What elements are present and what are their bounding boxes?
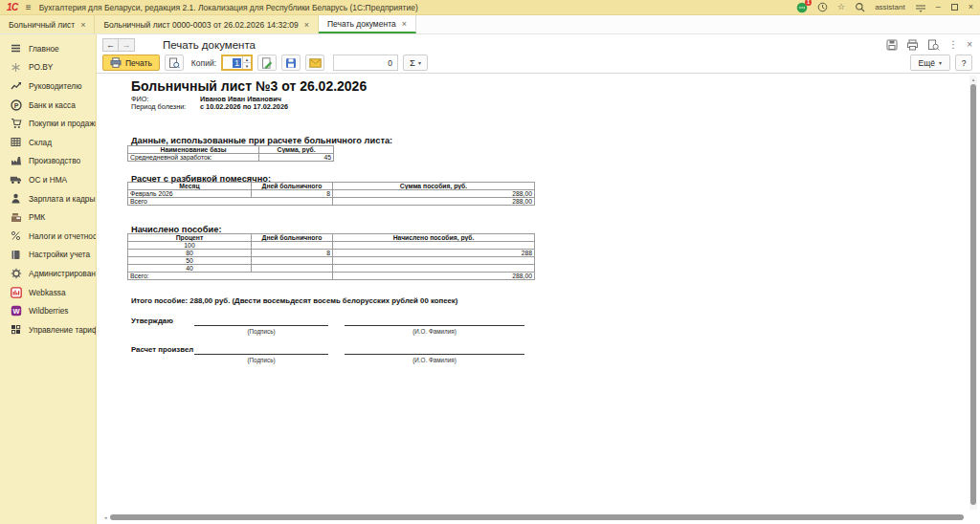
close-tab-icon[interactable]: × — [402, 19, 407, 29]
kebab-menu-icon[interactable]: ⋮ — [948, 40, 958, 50]
sidebar-item-label: Налоги и отчетность — [29, 231, 97, 241]
signature-caption: (И.О. Фамилия) — [345, 357, 524, 363]
sidebar-item-production[interactable]: Производство — [0, 152, 96, 171]
history-button[interactable] — [817, 2, 828, 12]
sidebar-item-label: Администрирование — [29, 269, 97, 278]
printer-icon — [110, 57, 122, 68]
copies-input[interactable]: 1 ▲▼ — [221, 55, 253, 71]
main-menu-icon[interactable]: ≡ — [26, 2, 32, 12]
sidebar-item-manager[interactable]: Руководителю — [0, 76, 96, 96]
discussions-button[interactable]: 1 — [796, 2, 808, 13]
current-user[interactable]: assistant — [875, 3, 905, 11]
spinner-up-icon[interactable]: ▲ — [243, 56, 251, 63]
preview-button-header[interactable] — [927, 39, 940, 51]
total-benefit-line: Итого пособие: 288,00 руб. (Двести восем… — [131, 296, 457, 305]
signature-caption: (Подпись) — [194, 357, 328, 363]
copies-spinner[interactable]: ▲▼ — [242, 56, 251, 69]
forward-button[interactable]: → — [119, 38, 135, 52]
tab-print-document[interactable]: Печать документа × — [319, 15, 416, 33]
toolbar-right: Ещё ▾ ? — [910, 55, 972, 71]
close-tab-icon[interactable]: × — [80, 20, 85, 30]
sum-field[interactable]: 0 — [333, 55, 398, 71]
close-panel-icon[interactable]: × — [967, 40, 972, 50]
copies-value: 1 — [233, 58, 241, 68]
sidebar-item-warehouse[interactable]: Склад — [0, 133, 96, 152]
sidebar-item-salary-hr[interactable]: Зарплата и кадры — [0, 189, 96, 208]
vertical-scrollbar[interactable]: ▴ — [969, 76, 977, 510]
restore-button[interactable] — [950, 3, 959, 11]
minimize-button[interactable]: – — [936, 3, 941, 11]
document-title: Больничный лист №3 от 26.02.2026 — [131, 78, 367, 94]
chart-line-icon — [10, 80, 22, 92]
favorites-button[interactable]: ☆ — [837, 3, 845, 11]
scroll-left-icon[interactable]: ◂ — [104, 514, 107, 520]
sidebar-item-label: PO.BY — [29, 62, 53, 72]
more-button[interactable]: Ещё ▾ — [910, 55, 950, 71]
print-button-header[interactable] — [906, 39, 919, 51]
search-button[interactable] — [855, 2, 865, 12]
accrued-table: Процент Дней больничного Начислено пособ… — [127, 233, 535, 280]
sidebar-item-bank-cash[interactable]: P Банк и касса — [0, 96, 96, 115]
envelope-icon — [309, 58, 322, 68]
print-button[interactable]: Печать — [102, 55, 160, 71]
email-button[interactable] — [305, 55, 324, 71]
page-setup-button[interactable] — [257, 55, 277, 71]
scroll-up-icon[interactable]: ▴ — [969, 76, 977, 82]
tariff-squares-icon — [10, 324, 22, 336]
service-menu-button[interactable] — [915, 3, 926, 12]
vertical-scroll-thumb[interactable] — [970, 84, 976, 505]
table-total-row: Всего: 288,00 — [128, 273, 535, 280]
chevron-down-icon: ▾ — [939, 59, 942, 66]
meta-row-period: Период болезни: с 10.02.2026 по 17.02.20… — [131, 103, 288, 112]
close-tab-icon[interactable]: × — [304, 20, 309, 30]
table-row: Среднедневной заработок: 45 — [128, 154, 334, 162]
table-row: 50 — [128, 257, 535, 265]
back-button[interactable]: ← — [102, 38, 119, 52]
sidebar-item-rmk[interactable]: РМК — [0, 207, 96, 227]
help-button[interactable]: ? — [955, 55, 972, 71]
panel-header: ← → Печать документа ⋮ × — [102, 37, 972, 53]
base-table: Наименование базы Сумма, руб. Среднеднев… — [127, 145, 334, 162]
sidebar-item-label: Главное — [29, 44, 59, 54]
sidebar-item-label: Склад — [29, 138, 52, 147]
tab-bar: Больничный лист × Больничный лист 0000-0… — [0, 15, 980, 34]
horizontal-scrollbar[interactable]: ◂ — [104, 513, 964, 521]
search-icon — [855, 2, 865, 12]
horizontal-scroll-thumb[interactable] — [110, 514, 964, 520]
save-button[interactable] — [886, 39, 898, 51]
sidebar-item-tariff[interactable]: Управление тарифом — [0, 320, 96, 339]
close-window-button[interactable]: × — [969, 3, 973, 11]
panel-header-icons: ⋮ × — [886, 39, 972, 51]
spinner-down-icon[interactable]: ▼ — [243, 63, 251, 69]
sidebar-item-accounting-settings[interactable]: Настройки учета — [0, 246, 96, 265]
truck-icon — [10, 174, 22, 186]
service-menu-icon — [915, 3, 926, 12]
sidebar-item-wildberries[interactable]: W Wildberries — [0, 301, 96, 320]
tab-sick-leave-document[interactable]: Больничный лист 0000-0003 от 26.02.2026 … — [95, 15, 319, 33]
save-button-toolbar[interactable] — [281, 55, 301, 71]
page-edit-icon — [261, 57, 273, 69]
printer-icon — [906, 39, 919, 51]
sidebar-item-fixed-assets[interactable]: ОС и НМА — [0, 170, 96, 189]
sidebar-item-po-by[interactable]: PO.BY — [0, 58, 96, 77]
notification-badge: 1 — [805, 0, 812, 6]
sidebar-item-webkassa[interactable]: Webkassa — [0, 283, 96, 302]
sum-button[interactable]: Σ ▾ — [403, 55, 428, 71]
sidebar-item-taxes-reports[interactable]: Налоги и отчетность — [0, 227, 96, 246]
tab-label: Больничный лист — [9, 20, 75, 30]
document-preview: Больничный лист №3 от 26.02.2026 ФИО: Ив… — [97, 74, 967, 512]
sum-field-value: 0 — [388, 58, 392, 68]
column-header: Сумма, руб. — [259, 146, 334, 154]
column-header: Процент — [128, 234, 252, 242]
sidebar-item-main[interactable]: Главное — [0, 39, 96, 58]
1c-logo: 1С — [7, 2, 18, 12]
ruble-coin-icon: P — [10, 99, 22, 111]
cart-icon — [10, 118, 22, 129]
forward-arrow-icon: → — [122, 40, 131, 50]
signature-label-calculated: Расчет произвел — [131, 345, 193, 354]
preview-button[interactable] — [165, 55, 184, 71]
tab-sick-leave-list[interactable]: Больничный лист × — [0, 15, 95, 33]
document-meta: ФИО: Иванов Иван Иванович Период болезни… — [131, 95, 288, 111]
sidebar-item-administration[interactable]: Администрирование — [0, 264, 96, 283]
sidebar-item-purchases-sales[interactable]: Покупки и продажи — [0, 114, 96, 133]
